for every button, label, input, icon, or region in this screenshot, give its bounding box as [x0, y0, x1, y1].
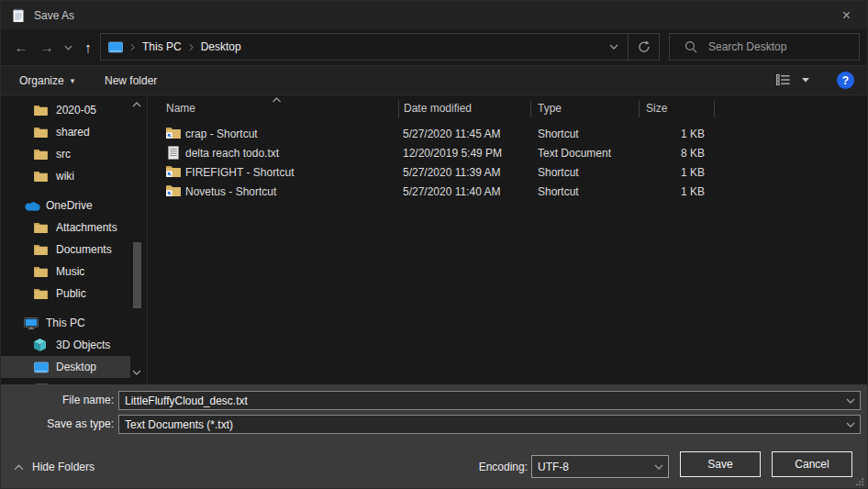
chevron-up-icon	[14, 464, 24, 471]
new-folder-button[interactable]: New folder	[105, 66, 157, 94]
file-row[interactable]: delta reach todo.txt 12/20/2019 5:49 PM …	[149, 144, 862, 163]
folder-icon	[34, 127, 50, 138]
folder-shortcut-icon	[166, 127, 181, 141]
file-name: Novetus - Shortcut	[185, 183, 276, 202]
sidebar-item-label: OneDrive	[46, 199, 93, 212]
file-date-modified: 5/27/2020 11:45 AM	[403, 125, 501, 144]
content-area: 2020-05 shared src wiki OneDrive Attachm…	[1, 95, 867, 384]
organize-label: Organize	[19, 74, 64, 87]
search-icon	[684, 40, 697, 53]
save-as-type-label: Save as type:	[1, 417, 114, 430]
refresh-button[interactable]	[628, 34, 659, 60]
view-dropdown-icon[interactable]	[802, 78, 809, 83]
sidebar-item-onedrive[interactable]: OneDrive	[1, 194, 130, 217]
cancel-button[interactable]: Cancel	[772, 451, 852, 477]
onedrive-cloud-icon	[24, 200, 40, 211]
column-divider	[398, 100, 399, 117]
sidebar-item-3d-objects[interactable]: 3D Objects	[1, 334, 130, 356]
column-header-name[interactable]: Name	[149, 95, 398, 121]
chevron-down-icon[interactable]	[841, 398, 860, 404]
sidebar-item-label: Desktop	[56, 361, 96, 373]
file-row[interactable]: crap - Shortcut 5/27/2020 11:45 AM Short…	[149, 125, 862, 144]
text-document-icon	[166, 146, 181, 161]
file-type: Shortcut	[538, 183, 579, 202]
file-list: Name Date modified Type Size crap - Shor…	[149, 95, 867, 384]
column-header-date-modified[interactable]: Date modified	[398, 95, 530, 121]
sidebar-item-partial[interactable]	[1, 378, 130, 384]
file-name-input[interactable]	[119, 394, 841, 408]
sidebar-item-label: wiki	[56, 170, 74, 183]
scroll-up-icon[interactable]	[132, 102, 141, 107]
file-row[interactable]: Novetus - Shortcut 5/27/2020 11:40 AM Sh…	[149, 183, 862, 202]
file-size: 1 KB	[639, 125, 705, 144]
hide-folders-label: Hide Folders	[32, 461, 95, 473]
chevron-down-icon	[650, 464, 668, 470]
sidebar-item-public[interactable]: Public	[1, 283, 130, 305]
help-icon[interactable]: ?	[837, 72, 854, 89]
breadcrumb-desktop[interactable]: Desktop	[201, 40, 241, 53]
column-header-size[interactable]: Size	[639, 95, 714, 121]
save-as-type-combobox[interactable]: Text Documents (*.txt)	[118, 415, 861, 434]
breadcrumb-chevron-icon	[189, 43, 194, 51]
sidebar-item-wiki[interactable]: wiki	[1, 165, 130, 187]
search-box	[669, 33, 860, 61]
folder-icon	[34, 288, 50, 299]
file-name-combobox	[118, 391, 861, 410]
address-dropdown-button[interactable]	[600, 34, 628, 60]
scrollbar-thumb[interactable]	[133, 242, 141, 308]
recent-locations-chevron-icon[interactable]	[60, 29, 76, 65]
sidebar-item-label: 2020-05	[56, 104, 96, 117]
folder-shortcut-icon	[166, 165, 181, 180]
column-divider	[639, 100, 640, 117]
sidebar-item-music[interactable]: Music	[1, 261, 130, 283]
sidebar-scrollbar[interactable]	[131, 95, 142, 384]
up-button[interactable]: ↑	[76, 29, 100, 65]
save-button[interactable]: Save	[680, 451, 761, 477]
save-as-type-value: Text Documents (*.txt)	[119, 418, 841, 431]
encoding-label: Encoding:	[417, 461, 528, 473]
details-view-icon[interactable]	[776, 74, 790, 85]
folder-shortcut-icon	[166, 184, 181, 199]
sidebar-item-label: shared	[56, 126, 90, 139]
search-input[interactable]	[697, 39, 859, 54]
file-type: Shortcut	[538, 163, 579, 183]
folder-icon	[34, 105, 50, 116]
sidebar-item-documents[interactable]: Documents	[1, 239, 130, 261]
sidebar-item-src[interactable]: src	[1, 143, 130, 165]
sidebar-item-shared[interactable]: shared	[1, 121, 130, 143]
navigation-bar: ← → ↑ This PC Desktop	[1, 29, 867, 65]
hide-folders-button[interactable]: Hide Folders	[14, 461, 95, 473]
scroll-down-icon[interactable]	[132, 370, 141, 375]
folder-tree: 2020-05 shared src wiki OneDrive Attachm…	[1, 95, 148, 384]
save-panel: File name: Save as type: Text Documents …	[1, 384, 867, 488]
folder-icon	[34, 266, 50, 277]
back-button[interactable]: ←	[8, 29, 34, 65]
file-name-label: File name:	[1, 394, 114, 406]
sidebar-item-2020-05[interactable]: 2020-05	[1, 99, 130, 121]
column-header-type[interactable]: Type	[530, 95, 639, 121]
file-type: Shortcut	[538, 125, 579, 144]
folder-icon	[34, 171, 50, 182]
sidebar-item-this-pc[interactable]: This PC	[1, 312, 130, 334]
file-name: crap - Shortcut	[185, 125, 258, 144]
resize-grip[interactable]	[855, 477, 864, 486]
file-size: 1 KB	[639, 163, 705, 183]
address-bar[interactable]: This PC Desktop	[100, 33, 660, 61]
organize-caret-icon: ▾	[71, 76, 75, 85]
file-date-modified: 12/20/2019 5:49 PM	[403, 144, 502, 163]
folder-icon	[34, 149, 50, 160]
folder-icon	[34, 222, 50, 233]
file-row[interactable]: FIREFIGHT - Shortcut 5/27/2020 11:39 AM …	[149, 163, 862, 183]
sidebar-item-attachments[interactable]: Attachments	[1, 217, 130, 239]
file-type: Text Document	[538, 144, 611, 163]
sidebar-item-label: 3D Objects	[56, 339, 110, 351]
close-button[interactable]: ×	[826, 1, 867, 29]
sidebar-item-desktop[interactable]: Desktop	[1, 356, 130, 378]
file-size: 1 KB	[639, 183, 705, 202]
save-as-dialog: Save As × ← → ↑ This PC Desktop Organize	[0, 0, 868, 489]
forward-button[interactable]: →	[34, 29, 60, 65]
organize-button[interactable]: Organize ▾	[19, 66, 74, 94]
file-date-modified: 5/27/2020 11:39 AM	[403, 163, 501, 183]
encoding-combobox[interactable]: UTF-8	[531, 455, 669, 478]
breadcrumb-this-pc[interactable]: This PC	[142, 40, 182, 53]
